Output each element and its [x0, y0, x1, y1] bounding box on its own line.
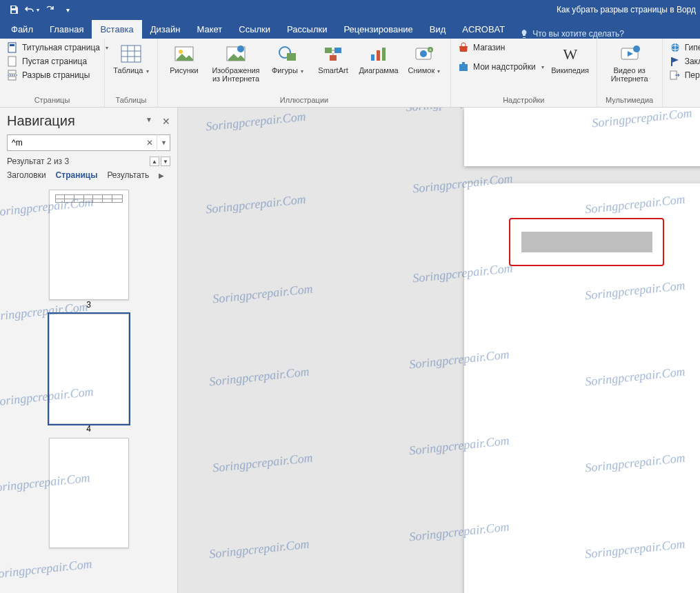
nav-tab-headings[interactable]: Заголовки: [7, 170, 46, 180]
tab-acrobat[interactable]: ACROBAT: [454, 20, 513, 39]
nav-tab-results[interactable]: Результать: [107, 170, 149, 180]
hyperlink-button[interactable]: Гиперссылка: [668, 41, 700, 54]
tell-me-search[interactable]: Что вы хотите сделать?: [513, 29, 631, 39]
undo-button[interactable]: ▾: [23, 1, 40, 18]
svg-point-28: [420, 50, 427, 57]
tab-mailings[interactable]: Рассылки: [279, 20, 335, 39]
wikipedia-button[interactable]: W Википедия: [550, 41, 591, 76]
nav-result-text: Результат 2 из 3: [7, 157, 69, 166]
group-tables-label: Таблицы: [110, 94, 152, 107]
quick-access-toolbar: ▾ ▾: [0, 1, 76, 18]
blank-page-label: Пустая страница: [22, 57, 87, 66]
page-current[interactable]: [464, 183, 700, 593]
table-button[interactable]: Таблица ▾: [110, 41, 152, 77]
thumbnail-page-4[interactable]: [49, 314, 129, 424]
my-addins-button[interactable]: Мои надстройки ▾: [457, 61, 546, 73]
nav-tab-pages[interactable]: Страницы: [56, 170, 98, 180]
tab-file[interactable]: Файл: [3, 20, 41, 39]
svg-rect-5: [8, 70, 16, 74]
group-links-label: Ссылки: [668, 94, 700, 107]
smartart-label: SmartArt: [318, 66, 348, 74]
shapes-button[interactable]: Фигуры ▾: [267, 41, 308, 77]
bookmark-button[interactable]: Закладка: [668, 55, 700, 68]
clear-search-button[interactable]: ✕: [143, 134, 157, 151]
tab-home[interactable]: Главная: [41, 20, 92, 39]
svg-rect-26: [382, 48, 386, 61]
screenshot-button[interactable]: + Снимок ▾: [403, 41, 445, 77]
chevron-down-icon: ▾: [436, 68, 440, 74]
redo-button[interactable]: [41, 1, 58, 18]
tab-view[interactable]: Вид: [421, 20, 454, 39]
svg-point-14: [179, 50, 183, 54]
save-icon: [9, 5, 19, 14]
chevron-down-icon: ▾: [299, 68, 303, 74]
hyperlink-label: Гиперссылка: [685, 43, 700, 52]
tab-references[interactable]: Ссылки: [230, 20, 279, 39]
tab-insert[interactable]: Вставка: [92, 20, 141, 39]
svg-rect-32: [462, 62, 465, 65]
nav-title: Навигация: [7, 113, 75, 129]
chart-label: Диаграмма: [359, 66, 398, 74]
my-addins-label: Мои надстройки: [473, 62, 536, 72]
blank-page-button[interactable]: Пустая страница: [6, 55, 110, 68]
tell-me-label: Что вы хотите сделать?: [532, 29, 624, 39]
online-pictures-button[interactable]: Изображенияиз Интернета: [209, 41, 263, 84]
smartart-button[interactable]: SmartArt: [312, 41, 354, 76]
svg-rect-1: [12, 10, 16, 13]
thumbnail-page-5[interactable]: [49, 438, 129, 548]
thumbnail-page-3[interactable]: [49, 190, 129, 300]
thumb-number: 3: [86, 300, 91, 310]
cover-page-label: Титульная страница: [22, 43, 100, 52]
qat-customize-button[interactable]: ▾: [59, 1, 76, 18]
page-break-icon: [7, 70, 18, 81]
svg-rect-8: [121, 46, 141, 62]
watermark: Soringpcrepair.Com: [208, 364, 310, 389]
svg-point-35: [633, 46, 640, 52]
pictures-label: Рисунки: [170, 66, 199, 74]
prev-result-button[interactable]: ▲: [150, 157, 159, 166]
pictures-button[interactable]: Рисунки: [163, 41, 205, 76]
close-icon: ✕: [146, 138, 153, 148]
tab-review[interactable]: Рецензирование: [335, 20, 421, 39]
crossref-icon: [670, 70, 681, 81]
page-break-marker[interactable]: [521, 232, 652, 252]
pictures-icon: [173, 43, 195, 65]
cover-page-button[interactable]: Титульная страница ▾: [6, 41, 110, 54]
svg-rect-19: [325, 48, 332, 53]
search-options-button[interactable]: ▼: [157, 134, 170, 151]
online-video-button[interactable]: Видео изИнтернета: [603, 41, 657, 84]
svg-rect-18: [287, 53, 296, 61]
svg-text:W: W: [563, 46, 577, 62]
redo-icon: [45, 5, 54, 14]
customize-icon: ▾: [66, 6, 70, 14]
next-result-button[interactable]: ▼: [161, 157, 170, 166]
document-area[interactable]: Soringpcrepair.Com Soringpcrepair.Com So…: [178, 108, 700, 593]
save-button[interactable]: [6, 1, 22, 18]
tab-layout[interactable]: Макет: [188, 20, 230, 39]
addins-icon: [458, 61, 469, 72]
group-media: Видео изИнтернета Мультимедиа: [597, 39, 663, 107]
svg-rect-0: [12, 6, 15, 8]
svg-rect-4: [8, 57, 16, 66]
document-title: Как убрать разрыв страницы в Ворд: [557, 0, 696, 19]
hyperlink-icon: [670, 42, 681, 53]
video-icon: [619, 43, 641, 65]
lightbulb-icon: [520, 29, 528, 39]
page-break-button[interactable]: Разрыв страницы: [6, 69, 110, 81]
nav-close-button[interactable]: ✕: [162, 116, 170, 127]
shapes-label: Фигуры: [272, 66, 298, 74]
chevron-down-icon: ▾: [37, 7, 39, 13]
nav-tab-more[interactable]: ▶: [159, 172, 164, 179]
chart-button[interactable]: Диаграмма: [358, 41, 399, 76]
bookmark-icon: [670, 56, 681, 67]
page-previous[interactable]: [464, 108, 700, 166]
page-thumbnails: 3 4: [7, 187, 170, 587]
store-label: Магазин: [473, 43, 505, 52]
undo-icon: [24, 5, 35, 14]
store-button[interactable]: Магазин: [457, 41, 546, 54]
crossref-button[interactable]: Перекрестная ссылка: [668, 69, 700, 81]
nav-options-button[interactable]: ▼: [146, 116, 152, 127]
crossref-label: Перекрестная ссылка: [685, 70, 700, 80]
cover-page-icon: [7, 42, 18, 53]
tab-design[interactable]: Дизайн: [142, 20, 189, 39]
